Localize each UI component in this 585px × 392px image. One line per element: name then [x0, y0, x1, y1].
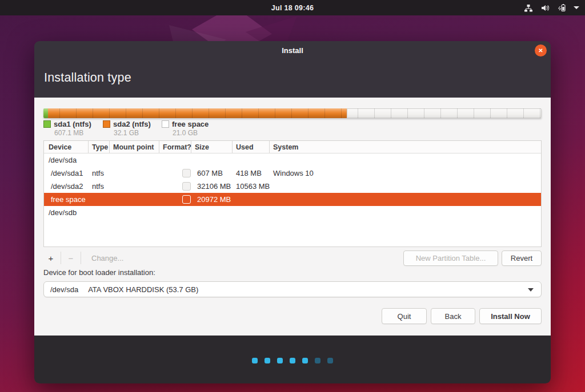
format-checkbox[interactable]: [182, 182, 191, 191]
legend-size: 21.0 GB: [173, 129, 209, 137]
change-partition-button[interactable]: Change...: [91, 254, 123, 262]
legend-label: free space: [172, 120, 209, 128]
legend-entry: free space: [162, 120, 209, 128]
column-header-type[interactable]: Type: [89, 141, 110, 153]
system-tray[interactable]: [524, 0, 579, 15]
selected-device-desc: ATA VBOX HARDDISK (53.7 GB): [88, 285, 198, 294]
toolbar-separator: [61, 252, 61, 264]
bootloader-label: Device for boot loader installation:: [43, 268, 155, 277]
cell-type: ntfs: [89, 167, 110, 180]
top-bar: Jul 18 09:46: [0, 0, 585, 15]
partition-table: DeviceTypeMount pointFormat?SizeUsedSyst…: [43, 140, 542, 247]
format-checkbox[interactable]: [182, 195, 191, 204]
legend-item: sda1 (ntfs)607.1 MB: [43, 120, 103, 137]
close-button[interactable]: ✕: [535, 45, 547, 56]
clock[interactable]: Jul 18 09:46: [271, 4, 314, 12]
close-icon: ✕: [538, 47, 543, 54]
window-footer: [34, 336, 551, 383]
legend-size: 607.1 MB: [54, 129, 103, 137]
bootloader-device-select[interactable]: /dev/sda ATA VBOX HARDDISK (53.7 GB): [43, 281, 542, 297]
cell-system: [270, 206, 541, 219]
column-header-used[interactable]: Used: [233, 141, 270, 153]
legend-entry: sda2 (ntfs): [103, 120, 162, 128]
format-checkbox[interactable]: [182, 169, 191, 177]
legend-size: 32.1 GB: [114, 129, 162, 137]
action-buttons: Quit Back Install Now: [382, 308, 542, 324]
dropdown-caret-icon: [528, 288, 534, 292]
cell-format-: [159, 193, 191, 206]
cell-used: [233, 153, 270, 167]
cell-used: 10563 MB: [233, 180, 270, 193]
column-header-system[interactable]: System: [270, 141, 541, 153]
legend-label: sda1 (ntfs): [54, 120, 91, 128]
column-header-device[interactable]: Device: [44, 141, 89, 153]
column-header-size[interactable]: Size: [191, 141, 233, 153]
progress-dot: [302, 358, 308, 363]
legend-swatch-icon: [43, 120, 51, 128]
page-title: Installation type: [44, 71, 131, 85]
selected-device: /dev/sda: [50, 285, 78, 294]
progress-dot: [277, 358, 283, 363]
cell-size: 607 MB: [191, 167, 233, 180]
cell-used: [233, 193, 270, 206]
progress-dots: [34, 358, 551, 363]
installer-window: Install ✕ Installation type sda1 (ntfs)6…: [34, 41, 551, 383]
table-row[interactable]: /dev/sda: [44, 153, 541, 167]
window-title: Install: [34, 46, 551, 55]
network-icon: [524, 4, 533, 12]
cell-format-: [159, 153, 191, 167]
legend-label: sda2 (ntfs): [113, 120, 151, 128]
cell-format-: [159, 167, 191, 180]
cell-device: /dev/sda1: [44, 167, 89, 180]
cell-size: [191, 206, 233, 219]
cell-size: [191, 153, 233, 167]
legend-item: sda2 (ntfs)32.1 GB: [103, 120, 162, 137]
cell-system: Windows 10: [270, 167, 541, 180]
progress-dot: [290, 358, 295, 363]
cell-system: [270, 153, 541, 167]
toolbar-separator: [81, 252, 81, 264]
column-header-format-[interactable]: Format?: [159, 141, 191, 153]
new-partition-table-button[interactable]: New Partition Table...: [403, 250, 498, 266]
cell-type: [89, 153, 110, 167]
add-partition-button[interactable]: +: [43, 250, 58, 265]
cell-type: [89, 193, 110, 206]
cell-system: [270, 193, 541, 206]
legend-swatch-icon: [162, 120, 169, 128]
revert-button[interactable]: Revert: [502, 250, 542, 266]
volume-icon: [540, 4, 550, 12]
cell-type: [89, 206, 110, 219]
cell-system: [270, 180, 541, 193]
progress-dot: [327, 358, 333, 363]
cell-device: /dev/sdb: [44, 206, 89, 219]
cell-size: 32106 MB: [191, 180, 233, 193]
cell-device: free space: [44, 193, 89, 206]
table-row[interactable]: free space20972 MB: [44, 193, 541, 206]
install-now-button[interactable]: Install Now: [479, 308, 542, 324]
remove-partition-button[interactable]: −: [63, 250, 78, 265]
cell-mount-point: [110, 206, 159, 219]
table-row[interactable]: /dev/sda1ntfs607 MB418 MBWindows 10: [44, 167, 541, 180]
table-row[interactable]: /dev/sdb: [44, 206, 541, 219]
battery-icon: [557, 3, 566, 12]
back-button[interactable]: Back: [431, 308, 475, 324]
cell-mount-point: [110, 193, 159, 206]
table-row[interactable]: /dev/sda2ntfs32106 MB10563 MB: [44, 180, 541, 193]
partition-legend: sda1 (ntfs)607.1 MBsda2 (ntfs)32.1 GBfre…: [43, 120, 209, 137]
bar-segment-free-space: [347, 108, 542, 118]
legend-entry: sda1 (ntfs): [43, 120, 103, 128]
cell-size: 20972 MB: [191, 193, 233, 206]
cell-device: /dev/sda2: [44, 180, 89, 193]
legend-swatch-icon: [103, 120, 110, 128]
progress-dot: [315, 358, 320, 363]
caret-down-icon: [574, 6, 579, 9]
cell-format-: [159, 180, 191, 193]
column-header-mount-point[interactable]: Mount point: [110, 141, 159, 153]
quit-button[interactable]: Quit: [382, 308, 427, 324]
bar-segment-sda1: [43, 108, 48, 118]
bar-segment-sda2: [48, 108, 347, 118]
cell-mount-point: [110, 180, 159, 193]
window-header: Install ✕ Installation type: [34, 41, 551, 98]
partition-toolbar: + − Change... New Partition Table... Rev…: [43, 250, 542, 266]
partition-bar: [43, 108, 542, 118]
